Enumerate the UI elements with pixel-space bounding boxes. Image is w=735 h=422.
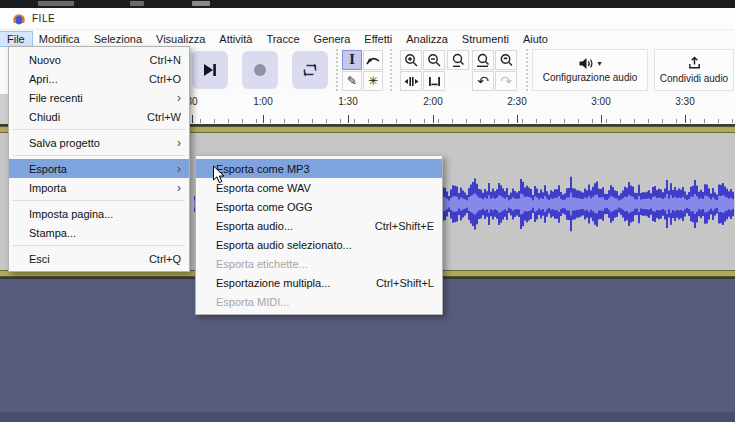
toolbar-grip[interactable] <box>526 49 528 91</box>
toolbar-grip[interactable] <box>336 49 338 91</box>
menu-item-chiudi[interactable]: Chiudi Ctrl+W <box>9 107 189 126</box>
zoom-selection-icon <box>451 53 466 68</box>
export-submenu: Esporta come MP3 Esporta come WAV Esport… <box>195 155 443 315</box>
window-bottom-edge <box>0 412 735 422</box>
speaker-icon <box>578 57 594 70</box>
trim-icon <box>404 75 419 88</box>
menu-item-esporta-audio-selezionato[interactable]: Esporta audio selezionato... <box>196 235 442 254</box>
zoom-selection-button[interactable] <box>447 50 469 70</box>
shortcut: Ctrl+Shift+L <box>352 277 434 289</box>
loop-button[interactable] <box>292 51 328 89</box>
menu-item-stampa[interactable]: Stampa... <box>9 223 189 242</box>
timeline-ruler[interactable]: 30 1:00 1:30 2:00 2:30 3:00 3:30 <box>186 94 735 124</box>
time-label: 3:00 <box>591 96 610 107</box>
zoom-fit-button[interactable] <box>472 50 494 70</box>
menu-item-esporta-midi: Esporta MIDI... <box>196 292 442 311</box>
trim-audio-button[interactable] <box>400 71 422 91</box>
ibeam-icon: I <box>349 53 355 67</box>
menubar-item-file[interactable]: File <box>0 32 32 46</box>
draw-tool-button[interactable]: ✎ <box>342 71 362 91</box>
top-strip-artifact <box>130 1 144 6</box>
menu-item-esporta-etichette: Esporta etichette... <box>196 254 442 273</box>
menu-item-file-recenti[interactable]: File recenti › <box>9 88 189 107</box>
zoom-out-button[interactable] <box>423 50 445 70</box>
menubar-item-strumenti[interactable]: Strumenti <box>455 32 516 46</box>
shortcut: Ctrl+O <box>125 73 181 85</box>
menu-item-esci[interactable]: Esci Ctrl+Q <box>9 249 189 268</box>
menu-item-salva-progetto[interactable]: Salva progetto › <box>9 133 189 152</box>
undo-button[interactable]: ↶ <box>472 71 494 91</box>
menu-item-nuovo[interactable]: Nuovo Ctrl+N <box>9 50 189 69</box>
time-label: 2:30 <box>507 96 526 107</box>
share-audio-label: Condividi audio <box>660 73 728 84</box>
submenu-arrow-icon: › <box>177 163 181 175</box>
menu-separator <box>9 242 189 249</box>
multi-tool-icon: ✳ <box>368 74 378 88</box>
multi-tool-button[interactable]: ✳ <box>363 71 383 91</box>
undo-icon: ↶ <box>477 73 489 89</box>
menu-item-esportazione-multipla[interactable]: Esportazione multipla... Ctrl+Shift+L <box>196 273 442 292</box>
envelope-icon <box>366 54 380 66</box>
menubar-item-seleziona[interactable]: Seleziona <box>87 32 149 46</box>
shortcut: Ctrl+Q <box>125 253 181 265</box>
mouse-cursor <box>212 165 226 185</box>
menu-item-apri[interactable]: Apri... Ctrl+O <box>9 69 189 88</box>
menu-item-esporta-come-ogg[interactable]: Esporta come OGG <box>196 197 442 216</box>
menu-separator <box>9 197 189 204</box>
menu-item-esporta-come-mp3[interactable]: Esporta come MP3 <box>196 159 442 178</box>
shortcut: Ctrl+W <box>123 111 181 123</box>
zoom-in-button[interactable] <box>400 50 422 70</box>
share-audio-button[interactable]: Condividi audio <box>654 49 734 91</box>
zoom-out-icon <box>427 53 442 68</box>
redo-button[interactable]: ↷ <box>495 71 517 91</box>
submenu-arrow-icon: › <box>177 92 181 104</box>
video-top-strip <box>0 0 735 8</box>
menubar-item-tracce[interactable]: Tracce <box>259 32 306 46</box>
time-label: 1:00 <box>253 96 272 107</box>
skip-to-end-button[interactable] <box>192 51 228 89</box>
menu-item-esporta[interactable]: Esporta › <box>9 159 189 178</box>
menubar-item-genera[interactable]: Genera <box>307 32 358 46</box>
zoom-toggle-button[interactable] <box>495 50 517 70</box>
menu-bar: File Modifica Seleziona Visualizza Attiv… <box>0 30 735 47</box>
shortcut: Ctrl+Shift+E <box>351 220 434 232</box>
skip-to-end-icon <box>202 63 218 77</box>
record-icon <box>252 62 268 78</box>
audio-setup-button[interactable]: ▾ Configurazione audio <box>532 49 648 91</box>
toolbar-grip[interactable] <box>390 49 392 91</box>
share-upload-icon <box>687 56 702 71</box>
menu-item-importa[interactable]: Importa › <box>9 178 189 197</box>
envelope-tool-button[interactable] <box>363 50 383 70</box>
redo-icon: ↷ <box>500 73 512 89</box>
window-title: FILE <box>32 13 55 24</box>
record-button[interactable] <box>242 51 278 89</box>
time-label: 3:30 <box>675 96 694 107</box>
submenu-arrow-icon: › <box>177 182 181 194</box>
menubar-item-aiuto[interactable]: Aiuto <box>516 32 555 46</box>
pencil-icon: ✎ <box>347 74 357 88</box>
title-bar: FILE <box>0 8 735 30</box>
file-menu: Nuovo Ctrl+N Apri... Ctrl+O File recenti… <box>8 46 190 272</box>
menu-separator <box>9 126 189 133</box>
dropdown-arrow-icon: ▾ <box>597 59 601 68</box>
menubar-item-effetti[interactable]: Effetti <box>357 32 399 46</box>
menu-item-esporta-come-wav[interactable]: Esporta come WAV <box>196 178 442 197</box>
menubar-item-visualizza[interactable]: Visualizza <box>149 32 212 46</box>
selection-tool-button[interactable]: I <box>342 50 362 70</box>
top-strip-artifact <box>192 1 210 6</box>
shortcut: Ctrl+N <box>126 54 181 66</box>
top-strip-artifact <box>38 1 74 6</box>
menu-item-esporta-audio[interactable]: Esporta audio... Ctrl+Shift+E <box>196 216 442 235</box>
time-label: 1:30 <box>338 96 357 107</box>
menu-item-imposta-pagina[interactable]: Imposta pagina... <box>9 204 189 223</box>
audio-setup-label: Configurazione audio <box>543 72 638 83</box>
zoom-fit-icon <box>476 53 491 68</box>
silence-icon <box>427 75 442 88</box>
menubar-item-attivita[interactable]: Attività <box>212 32 259 46</box>
menubar-item-modifica[interactable]: Modifica <box>32 32 87 46</box>
menubar-item-analizza[interactable]: Analizza <box>399 32 455 46</box>
zoom-in-icon <box>404 53 419 68</box>
menu-separator <box>9 152 189 159</box>
submenu-arrow-icon: › <box>177 137 181 149</box>
silence-audio-button[interactable] <box>423 71 445 91</box>
